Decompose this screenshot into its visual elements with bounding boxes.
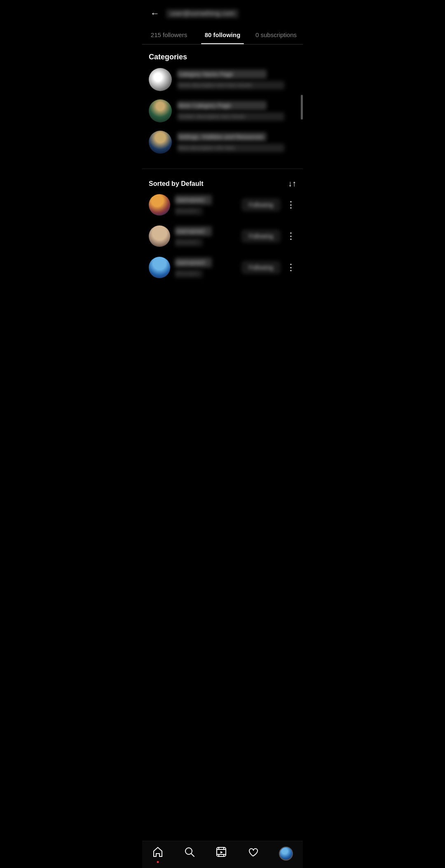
following-item: Username2 @handle2 Following ⋮ (149, 225, 296, 247)
svg-rect-3 (217, 849, 226, 850)
tab-subscriptions[interactable]: 0 subscriptions (249, 26, 303, 44)
following-item: Username1 @handle1 Following ⋮ (149, 194, 296, 216)
bottom-nav (142, 841, 303, 868)
heart-icon (247, 846, 259, 861)
category-item[interactable]: Category Name Page Some description text… (149, 68, 296, 91)
following-handle-2: @handle2 (175, 238, 203, 246)
tab-followers[interactable]: 215 followers (142, 26, 196, 44)
nav-profile[interactable] (279, 847, 293, 861)
following-name-1: Username1 (175, 195, 212, 205)
category-sub-2: Another description text shown (178, 113, 284, 121)
more-options-button-1[interactable]: ⋮ (286, 198, 296, 212)
svg-rect-7 (218, 854, 219, 856)
more-options-button-2[interactable]: ⋮ (286, 229, 296, 243)
category-sub-3: More description info here (178, 144, 284, 152)
nav-likes[interactable] (247, 846, 259, 861)
category-avatar-2 (149, 99, 172, 122)
sort-bar: Sorted by Default ↓↑ (142, 171, 303, 194)
svg-rect-5 (218, 847, 219, 849)
following-handle-1: @handle1 (175, 207, 203, 215)
category-avatar-3 (149, 131, 172, 154)
tab-following[interactable]: 80 following (196, 26, 249, 44)
following-avatar-3[interactable] (149, 257, 170, 278)
search-icon (184, 846, 195, 861)
category-item[interactable]: Settings, Hobbies and Resources More des… (149, 131, 296, 154)
svg-line-1 (191, 854, 194, 856)
sort-label: Sorted by Default (149, 180, 203, 188)
scrollbar[interactable] (301, 95, 303, 120)
category-avatar-1 (149, 68, 172, 91)
nav-reels[interactable] (215, 846, 227, 861)
category-item[interactable]: More Category Page Another description t… (149, 99, 296, 122)
header-title: user@something.com (166, 9, 239, 18)
following-handle-3: @handle3 (175, 270, 203, 278)
svg-rect-4 (217, 854, 226, 855)
back-button[interactable]: ← (149, 7, 161, 21)
following-button-1[interactable]: Following (241, 198, 281, 211)
svg-rect-8 (223, 854, 224, 856)
home-icon (152, 846, 164, 861)
following-item: Username3 @handle3 Following ⋮ (149, 257, 296, 278)
category-sub-1: Some description text here shown (178, 81, 284, 89)
profile-avatar (279, 847, 293, 861)
nav-home[interactable] (152, 846, 164, 861)
category-name-3: Settings, Hobbies and Resources (178, 132, 267, 141)
header: ← user@something.com (142, 0, 303, 24)
following-name-2: Username2 (175, 226, 212, 236)
nav-search[interactable] (184, 846, 195, 861)
sort-icon[interactable]: ↓↑ (288, 179, 296, 188)
categories-title: Categories (149, 53, 296, 61)
svg-rect-6 (223, 847, 224, 849)
tabs-bar: 215 followers 80 following 0 subscriptio… (142, 26, 303, 45)
following-button-2[interactable]: Following (241, 230, 281, 243)
category-name-1: Category Name Page (178, 70, 267, 79)
category-name-2: More Category Page (178, 101, 267, 110)
more-options-button-3[interactable]: ⋮ (286, 260, 296, 274)
svg-marker-9 (220, 851, 223, 854)
divider (142, 169, 303, 169)
reels-icon (215, 846, 227, 861)
following-avatar-1[interactable] (149, 194, 170, 216)
following-list: Username1 @handle1 Following ⋮ Username2… (142, 194, 303, 278)
categories-section: Categories Category Name Page Some descr… (142, 45, 303, 166)
following-avatar-2[interactable] (149, 225, 170, 247)
following-name-3: Username3 (175, 258, 212, 267)
home-notification-dot (157, 861, 159, 863)
following-button-3[interactable]: Following (241, 261, 281, 274)
